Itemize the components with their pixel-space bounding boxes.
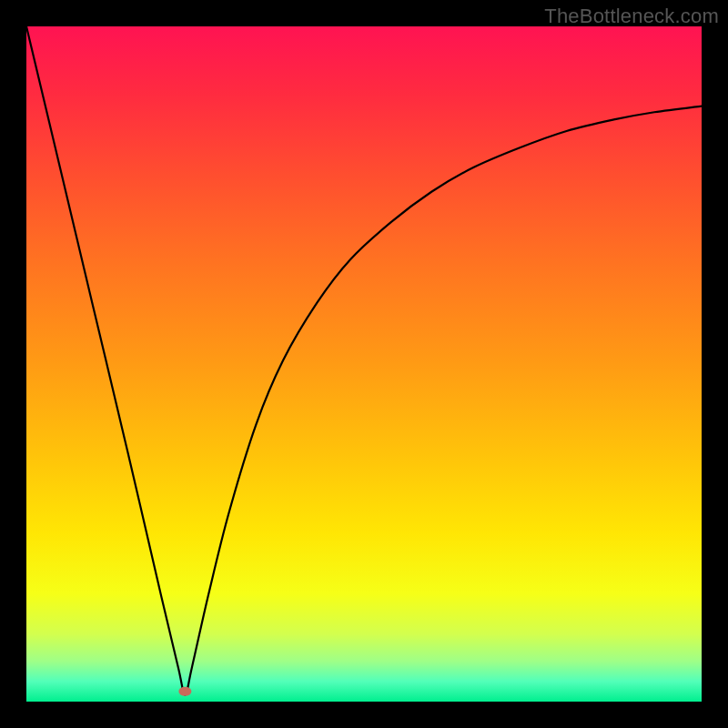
gradient-background [26, 26, 702, 702]
plot-area [26, 26, 702, 702]
bottleneck-chart [26, 26, 702, 702]
optimal-point-marker [178, 687, 191, 696]
chart-frame: TheBottleneck.com [0, 0, 728, 728]
watermark-text: TheBottleneck.com [544, 5, 719, 28]
